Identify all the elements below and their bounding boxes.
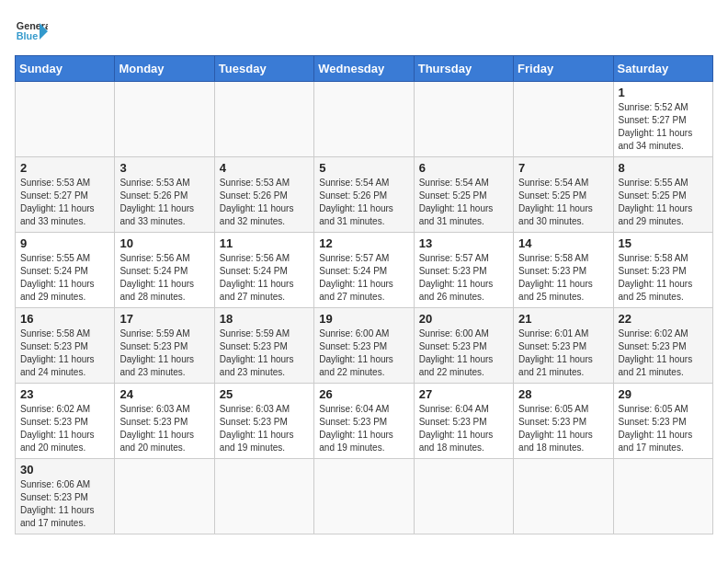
calendar-cell: 7Sunrise: 5:54 AMSunset: 5:25 PMDaylight… — [514, 157, 613, 233]
day-number: 8 — [619, 161, 708, 175]
day-number: 12 — [319, 236, 408, 250]
day-number: 23 — [20, 387, 109, 401]
calendar-cell: 25Sunrise: 6:03 AMSunset: 5:23 PMDayligh… — [214, 384, 313, 459]
day-info: Sunrise: 5:54 AMSunset: 5:25 PMDaylight:… — [419, 177, 508, 228]
calendar-cell — [314, 459, 414, 534]
calendar-cell: 19Sunrise: 6:00 AMSunset: 5:23 PMDayligh… — [314, 308, 414, 384]
day-info: Sunrise: 6:00 AMSunset: 5:23 PMDaylight:… — [419, 327, 508, 379]
day-number: 15 — [619, 236, 708, 250]
calendar-cell: 9Sunrise: 5:55 AMSunset: 5:24 PMDaylight… — [16, 233, 115, 308]
day-number: 16 — [20, 312, 109, 326]
calendar-cell: 3Sunrise: 5:53 AMSunset: 5:26 PMDaylight… — [115, 157, 214, 233]
calendar-cell: 28Sunrise: 6:05 AMSunset: 5:23 PMDayligh… — [514, 384, 613, 459]
calendar-cell — [514, 459, 613, 534]
day-number: 29 — [619, 387, 708, 401]
calendar-cell: 20Sunrise: 6:00 AMSunset: 5:23 PMDayligh… — [414, 308, 513, 384]
calendar-cell: 14Sunrise: 5:58 AMSunset: 5:23 PMDayligh… — [514, 233, 613, 308]
calendar-cell: 27Sunrise: 6:04 AMSunset: 5:23 PMDayligh… — [414, 384, 513, 459]
weekday-header-saturday: Saturday — [613, 56, 712, 82]
weekday-header-monday: Monday — [115, 56, 214, 82]
day-number: 22 — [619, 312, 708, 326]
calendar-cell: 23Sunrise: 6:02 AMSunset: 5:23 PMDayligh… — [16, 384, 115, 459]
day-info: Sunrise: 6:04 AMSunset: 5:23 PMDaylight:… — [419, 403, 508, 454]
calendar-cell: 6Sunrise: 5:54 AMSunset: 5:25 PMDaylight… — [414, 157, 513, 233]
day-number: 1 — [619, 86, 708, 99]
day-number: 27 — [419, 387, 508, 401]
day-number: 2 — [20, 161, 109, 175]
day-info: Sunrise: 5:53 AMSunset: 5:26 PMDaylight:… — [119, 177, 209, 228]
day-info: Sunrise: 5:53 AMSunset: 5:27 PMDaylight:… — [20, 177, 109, 228]
calendar-cell: 21Sunrise: 6:01 AMSunset: 5:23 PMDayligh… — [514, 308, 613, 384]
day-number: 20 — [419, 312, 508, 326]
calendar-cell: 16Sunrise: 5:58 AMSunset: 5:23 PMDayligh… — [16, 308, 115, 384]
weekday-header-friday: Friday — [514, 56, 613, 82]
weekday-header-tuesday: Tuesday — [214, 56, 313, 82]
day-info: Sunrise: 5:59 AMSunset: 5:23 PMDaylight:… — [220, 327, 309, 379]
calendar-cell: 22Sunrise: 6:02 AMSunset: 5:23 PMDayligh… — [613, 308, 712, 384]
weekday-header-wednesday: Wednesday — [314, 56, 414, 82]
calendar-cell — [214, 459, 313, 534]
day-number: 13 — [419, 236, 508, 250]
day-info: Sunrise: 5:58 AMSunset: 5:23 PMDaylight:… — [619, 252, 708, 304]
calendar-cell: 17Sunrise: 5:59 AMSunset: 5:23 PMDayligh… — [115, 308, 214, 384]
day-number: 26 — [319, 387, 408, 401]
calendar-cell: 2Sunrise: 5:53 AMSunset: 5:27 PMDaylight… — [16, 157, 115, 233]
weekday-header-sunday: Sunday — [16, 56, 115, 82]
day-info: Sunrise: 5:53 AMSunset: 5:26 PMDaylight:… — [220, 177, 309, 228]
calendar-cell — [314, 82, 414, 157]
calendar-cell — [414, 459, 513, 534]
logo: General Blue — [15, 15, 48, 48]
day-info: Sunrise: 6:00 AMSunset: 5:23 PMDaylight:… — [319, 327, 408, 379]
day-number: 14 — [518, 236, 608, 250]
calendar-cell: 30Sunrise: 6:06 AMSunset: 5:23 PMDayligh… — [16, 459, 115, 534]
calendar-cell — [613, 459, 712, 534]
day-number: 28 — [518, 387, 608, 401]
day-number: 3 — [119, 161, 209, 175]
day-info: Sunrise: 5:56 AMSunset: 5:24 PMDaylight:… — [220, 252, 309, 304]
day-info: Sunrise: 6:01 AMSunset: 5:23 PMDaylight:… — [518, 327, 608, 379]
day-info: Sunrise: 6:02 AMSunset: 5:23 PMDaylight:… — [619, 327, 708, 379]
day-number: 25 — [220, 387, 309, 401]
day-info: Sunrise: 6:05 AMSunset: 5:23 PMDaylight:… — [619, 403, 708, 454]
day-number: 4 — [220, 161, 309, 175]
day-number: 18 — [220, 312, 309, 326]
day-info: Sunrise: 5:58 AMSunset: 5:23 PMDaylight:… — [20, 327, 109, 379]
day-number: 9 — [20, 236, 109, 250]
calendar-cell: 5Sunrise: 5:54 AMSunset: 5:26 PMDaylight… — [314, 157, 414, 233]
day-info: Sunrise: 6:04 AMSunset: 5:23 PMDaylight:… — [319, 403, 408, 454]
day-info: Sunrise: 5:56 AMSunset: 5:24 PMDaylight:… — [119, 252, 209, 304]
day-info: Sunrise: 6:06 AMSunset: 5:23 PMDaylight:… — [20, 478, 109, 530]
day-info: Sunrise: 6:05 AMSunset: 5:23 PMDaylight:… — [518, 403, 608, 454]
calendar-cell: 13Sunrise: 5:57 AMSunset: 5:23 PMDayligh… — [414, 233, 513, 308]
calendar-cell: 10Sunrise: 5:56 AMSunset: 5:24 PMDayligh… — [115, 233, 214, 308]
day-number: 24 — [119, 387, 209, 401]
day-number: 5 — [319, 161, 408, 175]
day-info: Sunrise: 5:52 AMSunset: 5:27 PMDaylight:… — [619, 101, 708, 153]
calendar-cell: 8Sunrise: 5:55 AMSunset: 5:25 PMDaylight… — [613, 157, 712, 233]
svg-text:Blue: Blue — [17, 30, 38, 41]
calendar-cell — [16, 82, 115, 157]
day-info: Sunrise: 5:57 AMSunset: 5:24 PMDaylight:… — [319, 252, 408, 304]
day-info: Sunrise: 5:59 AMSunset: 5:23 PMDaylight:… — [119, 327, 209, 379]
weekday-header-thursday: Thursday — [414, 56, 513, 82]
calendar-cell — [214, 82, 313, 157]
calendar-cell: 11Sunrise: 5:56 AMSunset: 5:24 PMDayligh… — [214, 233, 313, 308]
calendar-cell: 1Sunrise: 5:52 AMSunset: 5:27 PMDaylight… — [613, 82, 712, 157]
calendar-header: SundayMondayTuesdayWednesdayThursdayFrid… — [16, 56, 713, 82]
calendar-cell: 15Sunrise: 5:58 AMSunset: 5:23 PMDayligh… — [613, 233, 712, 308]
calendar-cell — [414, 82, 513, 157]
calendar-cell: 18Sunrise: 5:59 AMSunset: 5:23 PMDayligh… — [214, 308, 313, 384]
calendar-cell: 12Sunrise: 5:57 AMSunset: 5:24 PMDayligh… — [314, 233, 414, 308]
day-info: Sunrise: 5:57 AMSunset: 5:23 PMDaylight:… — [419, 252, 508, 304]
calendar-cell — [514, 82, 613, 157]
day-number: 11 — [220, 236, 309, 250]
day-number: 30 — [20, 463, 109, 477]
calendar-cell: 29Sunrise: 6:05 AMSunset: 5:23 PMDayligh… — [613, 384, 712, 459]
day-number: 10 — [119, 236, 209, 250]
day-number: 19 — [319, 312, 408, 326]
calendar-body: 1Sunrise: 5:52 AMSunset: 5:27 PMDaylight… — [16, 82, 713, 534]
calendar-cell: 4Sunrise: 5:53 AMSunset: 5:26 PMDaylight… — [214, 157, 313, 233]
day-info: Sunrise: 6:03 AMSunset: 5:23 PMDaylight:… — [220, 403, 309, 454]
day-info: Sunrise: 5:55 AMSunset: 5:24 PMDaylight:… — [20, 252, 109, 304]
calendar-cell — [115, 82, 214, 157]
